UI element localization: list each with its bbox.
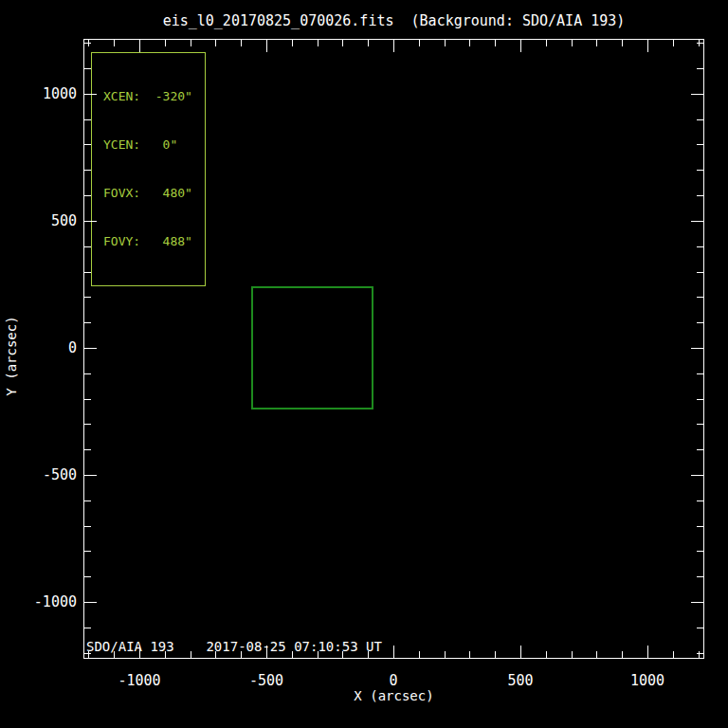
x-minor-tick [596, 651, 597, 658]
x-minor-tick [572, 40, 573, 46]
x-minor-tick [342, 40, 343, 46]
y-major-tick [84, 94, 97, 95]
eis-fov-plot-window: eis_l0_20170825_070026.fits (Background:… [0, 0, 728, 728]
x-minor-tick [318, 651, 318, 658]
x-minor-tick [419, 651, 420, 658]
y-major-tick [84, 475, 97, 476]
y-minor-tick [84, 297, 91, 298]
x-minor-tick [114, 651, 115, 658]
x-minor-tick [495, 651, 496, 658]
y-minor-tick [697, 246, 703, 247]
x-minor-tick [572, 651, 573, 658]
y-tick-label: 1000 [18, 85, 77, 102]
y-tick-label: 500 [18, 212, 77, 229]
info-line-fovy: FOVY: 488" [103, 233, 205, 249]
y-minor-tick [697, 424, 703, 425]
x-major-tick [139, 646, 140, 658]
x-minor-tick [596, 40, 597, 46]
y-major-tick [691, 348, 703, 349]
x-tick-label: 0 [355, 672, 431, 689]
x-major-tick [647, 40, 648, 52]
x-minor-tick [342, 651, 343, 658]
x-minor-tick [495, 40, 496, 46]
y-minor-tick [697, 195, 703, 196]
x-minor-tick [622, 651, 623, 658]
y-minor-tick [84, 628, 91, 628]
y-minor-tick [84, 653, 91, 654]
x-minor-tick [445, 40, 446, 46]
x-minor-tick [191, 40, 191, 46]
y-major-tick [84, 348, 97, 349]
y-major-tick [691, 94, 703, 95]
fov-rectangle[interactable] [251, 286, 373, 410]
x-minor-tick [419, 40, 420, 46]
x-minor-tick [114, 40, 115, 46]
x-tick-label: 1000 [610, 672, 685, 689]
x-minor-tick [368, 651, 369, 658]
y-minor-tick [697, 373, 703, 374]
x-minor-tick [469, 40, 470, 46]
x-minor-tick [292, 40, 293, 46]
y-minor-tick [697, 449, 703, 450]
background-image-annotation: SDO/AIA 193 2017-08-25 07:10:53 UT [86, 639, 382, 654]
y-minor-tick [84, 424, 91, 425]
x-major-tick [393, 40, 394, 52]
plot-area[interactable]: XCEN: -320" YCEN: 0" FOVX: 480" FOVY: 48… [83, 39, 704, 659]
y-minor-tick [84, 399, 91, 400]
y-minor-tick [697, 500, 703, 501]
y-minor-tick [697, 170, 703, 171]
y-minor-tick [697, 399, 703, 400]
x-major-tick [520, 40, 521, 52]
y-minor-tick [84, 144, 91, 145]
y-tick-label: 0 [18, 339, 77, 356]
x-minor-tick [215, 651, 216, 658]
y-minor-tick [84, 576, 91, 577]
y-minor-tick [697, 297, 703, 298]
y-major-tick [84, 221, 97, 222]
y-tick-label: -1000 [18, 593, 77, 610]
x-minor-tick [165, 651, 166, 658]
x-tick-label: -1000 [101, 672, 177, 689]
info-line-xcen: XCEN: -320" [103, 88, 205, 104]
y-minor-tick [697, 43, 703, 44]
x-tick-label: 500 [482, 672, 558, 689]
y-minor-tick [84, 526, 91, 527]
x-minor-tick [241, 40, 242, 46]
y-minor-tick [697, 119, 703, 120]
y-tick-label: -500 [18, 466, 77, 483]
info-line-fovx: FOVX: 480" [103, 185, 205, 201]
plot-title: eis_l0_20170825_070026.fits (Background:… [83, 12, 704, 29]
x-minor-tick [292, 651, 293, 658]
y-minor-tick [84, 246, 91, 247]
y-major-tick [691, 221, 703, 222]
y-minor-tick [84, 500, 91, 501]
x-major-tick [647, 646, 648, 658]
y-minor-tick [84, 449, 91, 450]
x-major-tick [266, 40, 267, 52]
x-minor-tick [318, 40, 318, 46]
y-minor-tick [84, 43, 91, 44]
y-minor-tick [84, 272, 91, 273]
x-minor-tick [673, 651, 674, 658]
y-minor-tick [697, 628, 703, 628]
y-minor-tick [697, 576, 703, 577]
y-major-tick [84, 602, 97, 603]
x-major-tick [139, 40, 140, 52]
y-major-tick [691, 602, 703, 603]
x-axis-label: X (arcsec) [83, 688, 704, 703]
y-minor-tick [84, 551, 91, 552]
y-major-tick [691, 475, 703, 476]
y-minor-tick [697, 68, 703, 69]
x-major-tick [266, 646, 267, 658]
x-minor-tick [469, 651, 470, 658]
x-tick-label: -500 [228, 672, 304, 689]
x-minor-tick [215, 40, 216, 46]
x-minor-tick [546, 40, 547, 46]
y-minor-tick [84, 170, 91, 171]
x-minor-tick [622, 40, 623, 46]
y-minor-tick [84, 119, 91, 120]
y-minor-tick [697, 272, 703, 273]
y-minor-tick [697, 144, 703, 145]
y-minor-tick [697, 551, 703, 552]
y-minor-tick [697, 526, 703, 527]
